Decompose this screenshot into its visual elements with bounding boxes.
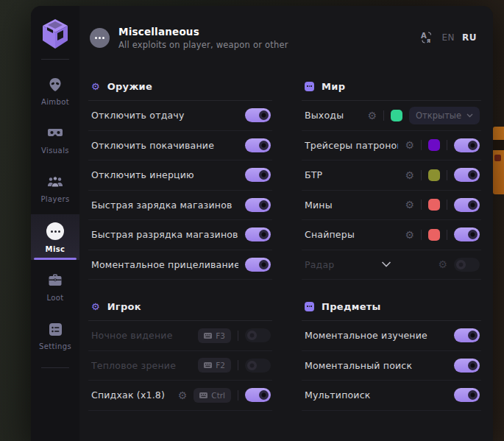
items-icon <box>305 302 314 311</box>
app-logo-icon <box>39 16 71 52</box>
keybind-badge[interactable]: F2 <box>198 358 231 373</box>
toggle-switch[interactable] <box>245 138 271 152</box>
setting-row: Мины ⚙ <box>302 191 481 221</box>
briefcase-icon <box>48 272 63 289</box>
toggle-switch[interactable] <box>245 198 271 212</box>
sidebar-item-label: Aimbot <box>41 98 69 106</box>
sidebar-item-label: Settings <box>39 342 71 350</box>
setting-row: Моментальное изучение <box>302 321 481 351</box>
section-title: Оружие <box>107 81 153 92</box>
sidebar-item-loot[interactable]: Loot <box>31 264 79 308</box>
cheat-menu-window: Aimbot Visuals Players Misc <box>31 6 493 441</box>
sidebar: Aimbot Visuals Players Misc <box>31 6 79 441</box>
ellipsis-icon <box>46 222 64 240</box>
header: Miscellaneous All exploits on player, we… <box>79 6 493 65</box>
setting-row: Отключить покачивание <box>88 131 272 161</box>
sidebar-item-visuals[interactable]: Visuals <box>31 117 79 161</box>
gear-icon[interactable]: ⚙ <box>405 200 414 210</box>
section-world: Мир Выходы ⚙ Открытые <box>302 77 481 280</box>
section-title: Мир <box>322 81 345 92</box>
section-title: Предметы <box>322 301 381 312</box>
color-swatch[interactable] <box>428 139 440 151</box>
setting-row: Быстрая разрядка магазинов <box>88 220 272 250</box>
lang-ru-button[interactable]: RU <box>462 32 477 43</box>
page-subtitle: All exploits on player, weapon or other <box>118 40 288 50</box>
toggle-switch[interactable] <box>454 198 480 212</box>
toggle-switch[interactable] <box>245 108 271 122</box>
toggle-switch[interactable] <box>454 328 480 342</box>
color-swatch[interactable] <box>391 110 402 121</box>
toggle-switch[interactable] <box>245 168 271 182</box>
sidebar-item-aimbot[interactable]: Aimbot <box>31 68 79 113</box>
setting-row: Моментальный поиск <box>302 351 481 381</box>
toggle-switch[interactable] <box>245 328 271 342</box>
color-swatch[interactable] <box>428 169 440 181</box>
sidebar-item-label: Loot <box>46 294 63 302</box>
sidebar-item-misc[interactable]: Misc <box>31 214 79 260</box>
chevron-down-icon[interactable] <box>381 261 391 267</box>
sidebar-item-label: Visuals <box>41 147 69 155</box>
keybind-badge[interactable]: Ctrl <box>194 388 231 403</box>
sidebar-item-label: Players <box>40 195 69 203</box>
toggle-switch[interactable] <box>245 359 271 373</box>
section-weapon: ⚙ Оружие Отключить отдачу Отключить пока… <box>88 77 272 280</box>
people-icon <box>47 174 63 190</box>
sidebar-divider <box>41 59 69 60</box>
gear-icon[interactable]: ⚙ <box>405 170 414 180</box>
setting-row: Быстрая зарядка магазинов <box>88 191 272 221</box>
keyboard-icon <box>204 333 212 339</box>
toggle-switch[interactable] <box>454 388 480 402</box>
setting-row: Снайперы ⚙ <box>302 220 481 250</box>
alien-icon <box>48 77 63 93</box>
keybind-badge[interactable]: F3 <box>198 328 231 343</box>
lang-en-button[interactable]: EN <box>441 32 455 43</box>
toggle-switch[interactable] <box>245 258 271 272</box>
toggle-switch[interactable] <box>245 227 271 241</box>
sidebar-item-settings[interactable]: Settings <box>31 313 79 357</box>
chevron-down-icon <box>466 113 473 118</box>
gear-icon[interactable]: ⚙ <box>178 390 188 401</box>
gear-icon[interactable]: ⚙ <box>405 140 414 150</box>
gear-icon[interactable]: ⚙ <box>405 230 414 240</box>
section-player: ⚙ Игрок Ночное видение F3 <box>88 297 272 411</box>
misc-page-icon <box>90 28 110 48</box>
svg-text:A: A <box>421 32 427 40</box>
setting-row: Трейсеры патронов ⚙ <box>302 131 481 161</box>
keyboard-icon <box>199 392 207 398</box>
setting-row: Спидхак (x1.8) ⚙ Ctrl <box>88 381 272 411</box>
section-items: Предметы Моментальное изучение Моменталь… <box>302 297 481 411</box>
color-swatch[interactable] <box>428 229 440 241</box>
exits-dropdown[interactable]: Открытые <box>409 107 480 124</box>
sidebar-item-label: Misc <box>46 245 65 253</box>
sidebar-item-players[interactable]: Players <box>31 166 79 210</box>
svg-text:я: я <box>427 38 430 44</box>
setting-row: Отключить отдачу <box>88 101 272 131</box>
gear-icon: ⚙ <box>91 302 100 311</box>
keyboard-icon <box>204 362 212 368</box>
toggle-switch[interactable] <box>245 388 271 402</box>
gear-icon: ⚙ <box>91 82 100 91</box>
setting-row: Моментальное прицеливание <box>88 250 272 281</box>
toggle-switch[interactable] <box>454 138 480 152</box>
vr-goggles-icon <box>47 125 63 141</box>
world-icon <box>305 82 314 91</box>
setting-row: Отключить инерцию <box>88 160 272 191</box>
toggle-switch[interactable] <box>454 258 480 272</box>
list-icon <box>49 321 63 337</box>
setting-row: Тепловое зрение F2 <box>88 351 272 381</box>
toggle-switch[interactable] <box>454 227 480 241</box>
color-swatch[interactable] <box>428 199 440 211</box>
page-title: Miscellaneous <box>118 26 288 38</box>
setting-row: Выходы ⚙ Открытые <box>302 101 481 131</box>
setting-row: Радар ⚙ <box>302 250 481 281</box>
section-title: Игрок <box>107 301 141 312</box>
toggle-switch[interactable] <box>454 168 480 182</box>
gear-icon[interactable]: ⚙ <box>368 110 377 121</box>
sidebar-divider <box>41 367 69 368</box>
setting-row: Мультипоиск <box>302 381 481 411</box>
setting-row: БТР ⚙ <box>302 160 481 191</box>
translate-icon: Aя <box>419 31 434 44</box>
gear-icon[interactable]: ⚙ <box>438 259 447 269</box>
game-background-sign <box>493 127 504 194</box>
toggle-switch[interactable] <box>454 359 480 373</box>
